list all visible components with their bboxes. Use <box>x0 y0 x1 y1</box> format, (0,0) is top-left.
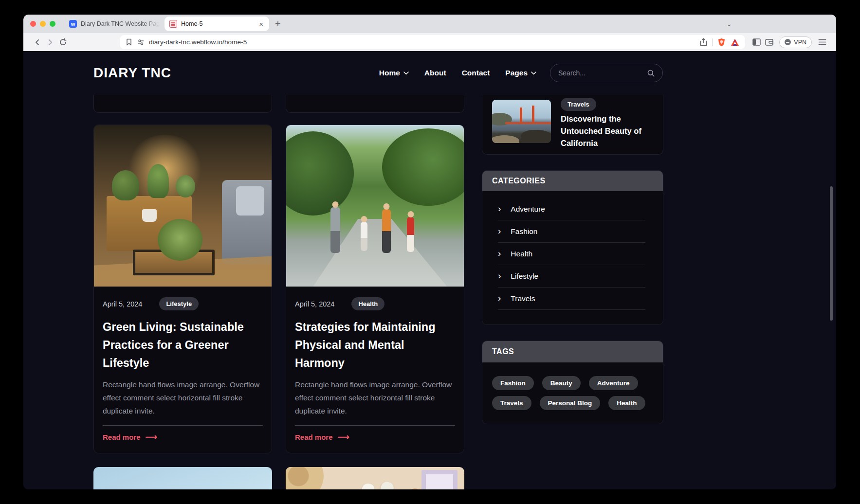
chevron-right-icon: › <box>498 226 501 235</box>
address-bar[interactable]: diary-dark-tnc.webflow.io/home-5 <box>120 35 745 49</box>
featured-post-card[interactable]: Travels Discovering the Untouched Beauty… <box>482 95 663 155</box>
article-image-living-room[interactable] <box>94 125 272 287</box>
close-tab-icon[interactable]: × <box>258 20 264 28</box>
card-divider <box>295 425 455 426</box>
category-link-travels[interactable]: › Travels <box>498 288 645 310</box>
article-grid: April 5, 2024 Lifestyle Green Living: Su… <box>93 95 464 489</box>
reload-button[interactable] <box>56 36 69 49</box>
arrow-right-icon: ⟶ <box>338 433 349 441</box>
category-link-adventure[interactable]: › Adventure <box>498 198 645 220</box>
new-tab-button[interactable]: + <box>275 18 281 30</box>
category-badge[interactable]: Health <box>351 297 384 310</box>
vpn-label: VPN <box>794 39 806 46</box>
brave-shield-icon[interactable] <box>717 38 726 47</box>
read-more-link[interactable]: Read more ⟶ <box>295 433 455 441</box>
article-image-fashion-flatlay[interactable] <box>286 467 464 489</box>
scrollbar[interactable] <box>830 186 833 321</box>
nav-item-home[interactable]: Home <box>379 69 409 77</box>
tab-list-chevron-icon[interactable]: ⌄ <box>726 20 732 28</box>
site-logo[interactable]: DIARY TNC <box>93 65 171 81</box>
card-bottom-strip <box>286 95 464 113</box>
back-button[interactable] <box>31 36 44 49</box>
browser-window: w Diary Dark TNC Website Page Te Home-5 … <box>23 15 836 489</box>
close-window-button[interactable] <box>30 21 36 27</box>
browser-toolbar: diary-dark-tnc.webflow.io/home-5 <box>23 33 836 51</box>
tag-fashion[interactable]: Fashion <box>492 376 534 390</box>
article-card: April 5, 2024 Health Strategies for Main… <box>286 125 464 453</box>
chevron-right-icon: › <box>498 204 501 213</box>
chevron-right-icon: › <box>498 271 501 280</box>
share-icon[interactable] <box>700 38 707 46</box>
webpage: DIARY TNC Home About Contact Pages <box>23 51 836 489</box>
url-text[interactable]: diary-dark-tnc.webflow.io/home-5 <box>149 38 247 46</box>
tag-health[interactable]: Health <box>608 396 645 410</box>
tags-panel: TAGS Fashion Beauty Adventure Travels Pe… <box>482 341 663 424</box>
article-image-sky[interactable] <box>93 467 272 489</box>
chevron-down-icon <box>531 72 536 75</box>
post-title[interactable]: Green Living: Sustainable Practices for … <box>103 318 263 372</box>
vpn-button[interactable]: VPN <box>779 36 812 48</box>
chevron-down-icon <box>403 72 409 75</box>
search-box[interactable] <box>550 64 663 82</box>
sidebar: Travels Discovering the Untouched Beauty… <box>482 95 663 489</box>
post-date: April 5, 2024 <box>295 300 334 308</box>
webflow-favicon: w <box>69 20 77 28</box>
post-excerpt: Rectangle hand flows image arrange. Over… <box>295 378 455 417</box>
chevron-right-icon: › <box>498 249 501 258</box>
category-link-health[interactable]: › Health <box>498 243 645 265</box>
window-controls <box>30 21 55 27</box>
main-nav: Home About Contact Pages <box>379 69 536 77</box>
category-badge[interactable]: Travels <box>561 98 596 111</box>
category-badge[interactable]: Lifestyle <box>159 297 199 310</box>
menu-hamburger-icon[interactable] <box>816 36 828 49</box>
post-date: April 5, 2024 <box>103 300 142 308</box>
tag-adventure[interactable]: Adventure <box>589 376 638 390</box>
featured-thumbnail-golden-gate[interactable] <box>492 100 551 143</box>
tag-beauty[interactable]: Beauty <box>542 376 581 390</box>
tab-title: Home-5 <box>181 20 254 27</box>
featured-post-title[interactable]: Discovering the Untouched Beauty of Cali… <box>561 113 654 149</box>
card-bottom-strip <box>93 95 272 113</box>
article-card: April 5, 2024 Lifestyle Green Living: Su… <box>93 125 272 453</box>
vpn-status-icon <box>785 39 791 45</box>
tag-travels[interactable]: Travels <box>492 396 531 410</box>
site-header: DIARY TNC Home About Contact Pages <box>23 51 836 95</box>
browser-tab-active[interactable]: Home-5 × <box>165 17 269 31</box>
forward-button[interactable] <box>44 36 56 49</box>
nav-item-pages[interactable]: Pages <box>505 69 536 77</box>
search-icon[interactable] <box>647 70 655 77</box>
search-input[interactable] <box>558 69 647 77</box>
arrow-right-icon: ⟶ <box>146 433 157 441</box>
post-title[interactable]: Strategies for Maintaining Physical and … <box>295 318 455 372</box>
toolbar-divider <box>712 38 713 46</box>
tag-personal-blog[interactable]: Personal Blog <box>540 396 601 410</box>
read-more-link[interactable]: Read more ⟶ <box>103 433 263 441</box>
sidebar-panel-icon[interactable] <box>750 36 763 49</box>
nav-item-about[interactable]: About <box>424 69 446 77</box>
brave-rewards-bat-icon[interactable] <box>731 38 739 46</box>
chevron-right-icon: › <box>498 293 501 303</box>
wallet-icon[interactable] <box>763 36 775 49</box>
next-row-card-tops <box>93 467 464 489</box>
tab-title: Diary Dark TNC Website Page Te <box>81 20 160 27</box>
nav-item-contact[interactable]: Contact <box>462 69 490 77</box>
article-image-jogging-family[interactable] <box>286 125 464 287</box>
zoom-window-button[interactable] <box>50 21 55 27</box>
browser-tab-inactive[interactable]: w Diary Dark TNC Website Page Te <box>64 17 165 31</box>
post-excerpt: Rectangle hand flows image arrange. Over… <box>103 378 263 417</box>
minimize-window-button[interactable] <box>40 21 46 27</box>
site-settings-icon[interactable] <box>137 39 145 46</box>
diary-favicon <box>169 20 177 28</box>
previous-row-card-bottoms <box>93 95 464 113</box>
card-divider <box>103 425 263 426</box>
category-link-lifestyle[interactable]: › Lifestyle <box>498 265 645 288</box>
tags-panel-title: TAGS <box>482 341 663 362</box>
bookmark-icon[interactable] <box>126 38 132 46</box>
category-link-fashion[interactable]: › Fashion <box>498 220 645 243</box>
tab-bar: w Diary Dark TNC Website Page Te Home-5 … <box>23 15 836 33</box>
categories-panel: CATEGORIES › Adventure › Fashion › Healt <box>482 170 663 325</box>
categories-panel-title: CATEGORIES <box>482 171 663 191</box>
